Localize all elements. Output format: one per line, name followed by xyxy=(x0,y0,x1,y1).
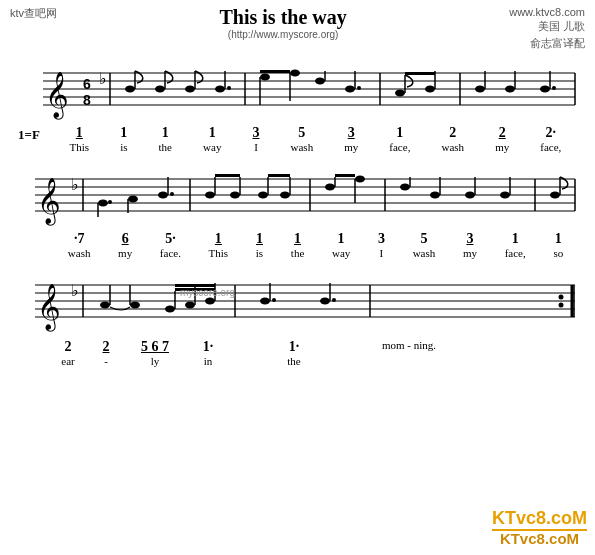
note-num: 3 xyxy=(252,125,259,141)
svg-point-12 xyxy=(155,86,165,93)
svg-point-99 xyxy=(100,302,110,309)
note-group: 2 my xyxy=(495,125,509,153)
notes-row-3: 2 ear 2 - 5 6 7 ly 1· in 1· the mom - ni… xyxy=(54,339,577,367)
note-group: 1 This xyxy=(70,125,90,153)
note-num: 1 xyxy=(256,231,263,247)
note-group: 1 way xyxy=(332,231,350,259)
svg-text:♭: ♭ xyxy=(71,176,79,193)
note-lyric: I xyxy=(252,141,259,153)
note-group: 1 the xyxy=(291,231,304,259)
svg-point-53 xyxy=(98,200,108,207)
note-num: 1· xyxy=(190,339,226,355)
svg-point-107 xyxy=(205,298,215,305)
song-title: This is the way xyxy=(57,6,509,29)
svg-point-55 xyxy=(108,200,112,204)
svg-point-117 xyxy=(332,298,336,302)
svg-point-56 xyxy=(128,196,138,203)
svg-point-122 xyxy=(559,303,564,308)
svg-rect-24 xyxy=(260,70,290,73)
note-num: 1 xyxy=(203,125,221,141)
note-group: 1 is xyxy=(120,125,127,153)
note-lyric: my xyxy=(495,141,509,153)
svg-point-88 xyxy=(550,192,560,199)
note-group: 5· face. xyxy=(160,231,181,259)
svg-rect-71 xyxy=(268,174,290,177)
note-lyric: face, xyxy=(389,141,410,153)
note-group: 3 I xyxy=(378,231,385,259)
svg-text:8: 8 xyxy=(83,92,91,108)
note-group: 2 wash xyxy=(441,125,464,153)
note-group: 5 wash xyxy=(291,125,314,153)
svg-text:6: 6 xyxy=(83,76,91,92)
svg-point-67 xyxy=(258,192,268,199)
note-lyric: I xyxy=(378,247,385,259)
svg-point-85 xyxy=(500,192,510,199)
svg-point-22 xyxy=(290,70,300,77)
note-group: 1 way xyxy=(203,125,221,153)
note-num: 1 xyxy=(159,125,172,141)
note-num: 2 xyxy=(54,339,82,355)
svg-point-31 xyxy=(395,90,405,97)
note-lyric: is xyxy=(256,247,263,259)
note-lyric: - xyxy=(92,355,120,367)
note-num: 5· xyxy=(160,231,181,247)
svg-point-60 xyxy=(170,192,174,196)
svg-point-18 xyxy=(227,86,231,90)
note-group: 1 face, xyxy=(505,231,526,259)
svg-text:𝄞: 𝄞 xyxy=(37,284,61,332)
note-lyric: ear xyxy=(54,355,82,367)
note-num: 1 xyxy=(553,231,563,247)
note-group: 2 - xyxy=(92,339,120,367)
note-num: ·7 xyxy=(68,231,91,247)
note-lyric: ly xyxy=(130,355,180,367)
note-group: 1 so xyxy=(553,231,563,259)
notes-row-1: 1 This 1 is 1 the 1 way 3 I 5 wash xyxy=(54,125,577,153)
credits-line2: 俞志富译配 xyxy=(530,37,585,49)
note-num: 3 xyxy=(378,231,385,247)
notation-row-2: ·7 wash 6 my 5· face. 1 This 1 is 1 the xyxy=(0,231,595,265)
staff-section-2: 𝄞 ♭ xyxy=(0,159,595,231)
credits-line1: 美国 儿歌 xyxy=(538,20,585,32)
credits: 美国 儿歌 俞志富译配 xyxy=(509,18,585,51)
svg-point-103 xyxy=(165,306,175,313)
note-group: 2 ear xyxy=(54,339,82,367)
note-lyric: wash xyxy=(291,141,314,153)
staff-svg-1: 𝄞 6 8 ♭ xyxy=(15,53,580,121)
note-spacer xyxy=(18,231,54,233)
note-lyric: This xyxy=(209,247,229,259)
note-group: 1 face, xyxy=(389,125,410,153)
header-title: This is the way (http://www.myscore.org) xyxy=(57,6,509,40)
notation-row-3: 2 ear 2 - 5 6 7 ly 1· in 1· the mom - ni… xyxy=(0,337,595,373)
page-container: ktv查吧网 This is the way (http://www.mysco… xyxy=(0,0,595,555)
svg-point-112 xyxy=(260,298,270,305)
note-group: 3 my xyxy=(344,125,358,153)
note-lyric: face, xyxy=(505,247,526,259)
svg-point-10 xyxy=(125,86,135,93)
svg-point-115 xyxy=(320,298,330,305)
note-group: 5 wash xyxy=(413,231,436,259)
svg-point-16 xyxy=(215,86,225,93)
watermark-line2: KTvc8.coM xyxy=(492,529,587,548)
svg-point-121 xyxy=(559,295,564,300)
note-num: 6 xyxy=(118,231,132,247)
svg-point-39 xyxy=(505,86,515,93)
svg-point-69 xyxy=(280,192,290,199)
note-group: 1 the xyxy=(159,125,172,153)
note-num: 1· xyxy=(276,339,312,355)
staff-svg-3: 𝄞 ♭ xyxy=(15,265,580,333)
svg-point-14 xyxy=(185,86,195,93)
note-num: 1 xyxy=(389,125,410,141)
svg-point-33 xyxy=(425,86,435,93)
svg-point-58 xyxy=(158,192,168,199)
svg-point-64 xyxy=(230,192,240,199)
subtitle: (http://www.myscore.org) xyxy=(57,29,509,40)
svg-text:♭: ♭ xyxy=(71,282,79,299)
note-group: 2· face, xyxy=(540,125,561,153)
header-left: ktv查吧网 xyxy=(10,6,57,21)
note-lyric: so xyxy=(553,247,563,259)
svg-point-81 xyxy=(430,192,440,199)
svg-text:𝄞: 𝄞 xyxy=(37,178,61,226)
staff-section-1: 𝄞 6 8 ♭ xyxy=(0,53,595,125)
note-num: 1 xyxy=(291,231,304,247)
svg-point-75 xyxy=(355,176,365,183)
